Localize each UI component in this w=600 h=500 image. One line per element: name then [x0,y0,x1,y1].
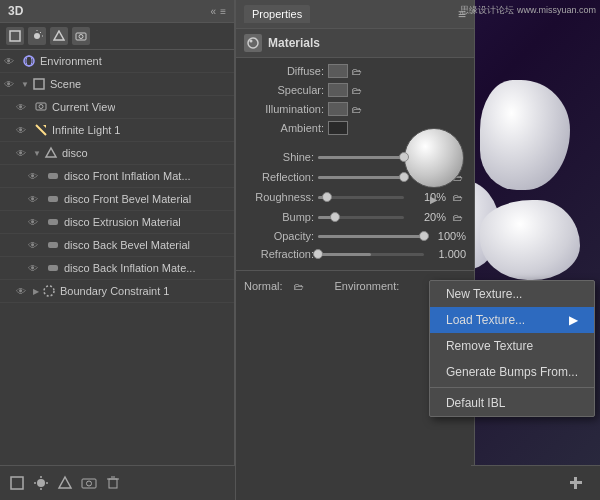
visibility-icon-boundary[interactable]: 👁 [16,286,30,297]
mat4-label: disco Back Bevel Material [64,239,190,251]
layer-item-currentview[interactable]: 👁 Current View [0,96,234,119]
toolbar-mesh-icon[interactable] [50,27,68,45]
reflection-track[interactable] [318,176,404,179]
mat5-label: disco Back Inflation Mate... [64,262,195,274]
ambient-swatch[interactable] [328,121,348,135]
bottom-mesh-btn[interactable] [56,474,74,492]
visibility-icon-mat3[interactable]: 👁 [28,217,42,228]
ambient-label: Ambient: [244,122,324,134]
visibility-icon-currentview[interactable]: 👁 [16,102,30,113]
bump-value: 20% [408,211,446,223]
tab-properties[interactable]: Properties [244,5,310,23]
mat2-type-icon [45,192,61,206]
visibility-icon-scene[interactable]: 👁 [4,79,18,90]
visibility-icon-mat4[interactable]: 👁 [28,240,42,251]
layer-item-environment[interactable]: 👁 Environment [0,50,234,73]
toolbar-camera-icon[interactable] [72,27,90,45]
illumination-swatch[interactable] [328,102,348,116]
menu-item-default-ibl[interactable]: Default IBL [430,390,594,416]
normal-folder[interactable]: 🗁 [291,279,307,293]
bump-folder[interactable]: 🗁 [450,210,466,224]
bump-thumb[interactable] [330,212,340,222]
opacity-fill [318,235,424,238]
svg-rect-37 [574,477,577,489]
shine-track[interactable] [318,156,404,159]
layer-item-mat5[interactable]: 👁 disco Back Inflation Mate... [0,257,234,280]
scene-label: Scene [50,78,81,90]
props-header: Properties ≡ [236,0,474,29]
layer-item-boundary[interactable]: 👁 ▶ Boundary Constraint 1 [0,280,234,303]
svg-point-23 [37,479,45,487]
specular-row: Specular: 🗁 [244,83,466,97]
env-type-icon [21,54,37,68]
bottom-delete-btn[interactable] [104,474,122,492]
menu-item-remove-texture[interactable]: Remove Texture [430,333,594,359]
props-add-icon[interactable] [567,474,585,492]
bottom-light-btn[interactable] [32,474,50,492]
props-tabs: Properties [244,5,310,23]
visibility-icon-mat1[interactable]: 👁 [28,171,42,182]
menu-item-new-texture[interactable]: New Texture... [430,281,594,307]
disco-type-icon [43,146,59,160]
opacity-thumb[interactable] [419,231,429,241]
3d-object-1 [480,80,570,190]
svg-rect-17 [48,196,58,202]
illumination-folder[interactable]: 🗁 [352,104,362,115]
reflection-thumb[interactable] [399,172,409,182]
specular-folder[interactable]: 🗁 [352,85,362,96]
bump-label: Bump: [244,211,314,223]
visibility-icon-mat2[interactable]: 👁 [28,194,42,205]
svg-point-9 [26,56,32,66]
refraction-track[interactable] [318,253,424,256]
materials-icon [244,34,262,52]
panel-menu-icon[interactable]: ≡ [220,6,226,17]
bump-track[interactable] [318,216,404,219]
svg-rect-18 [48,219,58,225]
visibility-icon-mat5[interactable]: 👁 [28,263,42,274]
bottom-scene-btn[interactable] [8,474,26,492]
toolbar-scene-icon[interactable] [6,27,24,45]
boundary-expand[interactable]: ▶ [33,287,39,296]
mat2-label: disco Front Bevel Material [64,193,191,205]
opacity-label: Opacity: [244,230,314,242]
shine-thumb[interactable] [399,152,409,162]
visibility-icon-disco[interactable]: 👁 [16,148,30,159]
bottom-camera-btn[interactable] [80,474,98,492]
refraction-value: 1.000 [428,248,466,260]
opacity-value: 100% [428,230,466,242]
diffuse-folder[interactable]: 🗁 [352,66,362,77]
visibility-icon-infinitelight[interactable]: 👁 [16,125,30,136]
menu-item-load-texture[interactable]: Load Texture... ▶ [430,307,594,333]
roughness-thumb[interactable] [322,192,332,202]
svg-marker-28 [59,477,71,488]
panel-collapse-icon[interactable]: « [211,6,217,17]
scene-expand[interactable]: ▼ [21,80,29,89]
diffuse-swatch[interactable] [328,64,348,78]
disco-expand[interactable]: ▼ [33,149,41,158]
opacity-track[interactable] [318,235,424,238]
layer-item-mat4[interactable]: 👁 disco Back Bevel Material [0,234,234,257]
mat5-type-icon [45,261,61,275]
specular-swatch[interactable] [328,83,348,97]
shine-fill [318,156,404,159]
sphere-preview [404,128,464,188]
scene-type-icon [31,77,47,91]
layer-list: 👁 Environment 👁 ▼ Scene 👁 Current View [0,50,234,425]
layer-item-infinitelight[interactable]: 👁 Infinite Light 1 [0,119,234,142]
materials-title: Materials [268,36,320,50]
layer-item-mat2[interactable]: 👁 disco Front Bevel Material [0,188,234,211]
layer-toolbar [0,23,234,50]
layer-item-mat1[interactable]: 👁 disco Front Inflation Mat... [0,165,234,188]
infinitelight-label: Infinite Light 1 [52,124,121,136]
refraction-thumb[interactable] [313,249,323,259]
roughness-track[interactable] [318,196,404,199]
toolbar-light-icon[interactable] [28,27,46,45]
visibility-icon-env[interactable]: 👁 [4,56,18,67]
menu-item-generate-bumps[interactable]: Generate Bumps From... [430,359,594,385]
diffuse-label: Diffuse: [244,65,324,77]
layer-item-scene[interactable]: 👁 ▼ Scene [0,73,234,96]
layer-item-disco[interactable]: 👁 ▼ disco [0,142,234,165]
svg-point-30 [87,481,92,486]
layer-item-mat3[interactable]: 👁 disco Extrusion Material [0,211,234,234]
sphere-arrow[interactable]: ▶ [430,194,438,205]
